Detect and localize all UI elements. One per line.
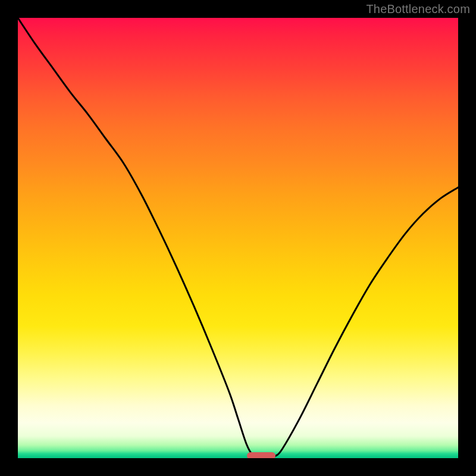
- plot-area: [18, 18, 458, 458]
- watermark-text: TheBottleneck.com: [366, 2, 470, 16]
- chart-frame: TheBottleneck.com: [0, 0, 476, 476]
- bottleneck-curve: [18, 18, 458, 458]
- optimum-marker: [247, 452, 275, 458]
